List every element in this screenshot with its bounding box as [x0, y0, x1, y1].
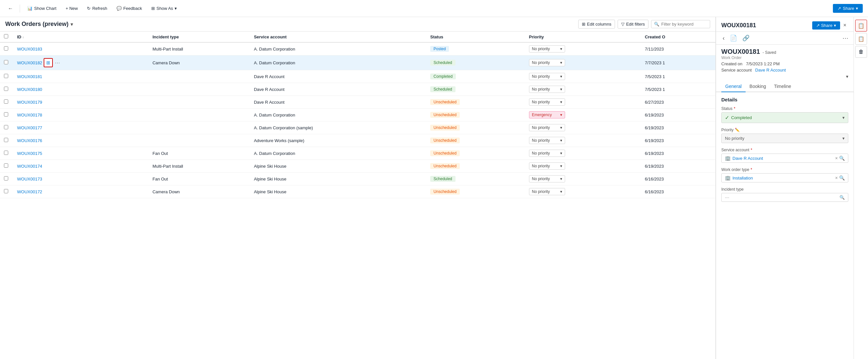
status-chevron: ▾ — [842, 115, 845, 120]
row-checkbox[interactable] — [4, 138, 8, 142]
row-id-link[interactable]: WOUX00181 — [17, 74, 42, 79]
edit-filters-button[interactable]: ▽ Edit filters — [618, 20, 648, 29]
panel-collapse-arrow[interactable]: ▾ — [846, 74, 848, 79]
row-status-cell: Unscheduled — [426, 185, 525, 198]
row-id-link[interactable]: WOUX00173 — [17, 177, 42, 181]
list-title-chevron[interactable]: ▾ — [70, 22, 73, 27]
row-open-button[interactable]: ⊞ — [44, 58, 53, 67]
priority-dropdown[interactable]: No priority▾ — [529, 124, 565, 131]
status-column-header[interactable]: Status — [426, 31, 525, 42]
service-account-search[interactable]: 🔍 — [839, 155, 845, 161]
tab-booking[interactable]: Booking — [746, 81, 770, 92]
row-checkbox[interactable] — [4, 163, 8, 168]
status-field-value[interactable]: ✓ Completed ▾ — [721, 112, 848, 123]
row-checkbox[interactable] — [4, 189, 8, 193]
toolbar-divider-1 — [20, 5, 20, 12]
panel-share-button[interactable]: ↗ Share ▾ — [812, 21, 840, 30]
share-button-toolbar[interactable]: ↗ Share ▾ — [833, 4, 863, 13]
priority-column-header[interactable]: Priority — [525, 31, 641, 42]
priority-dropdown[interactable]: No priority▾ — [529, 86, 565, 93]
row-priority-cell: Emergency▾ — [525, 109, 641, 121]
sidebar-icon-3[interactable]: 🗑 — [855, 46, 867, 58]
row-checkbox[interactable] — [4, 46, 8, 51]
priority-dropdown[interactable]: No priority▾ — [529, 45, 565, 53]
id-column-header[interactable]: ID ↓ — [13, 31, 149, 42]
row-id-link[interactable]: WOUX00178 — [17, 113, 42, 118]
select-all-checkbox[interactable] — [4, 34, 8, 38]
priority-dropdown[interactable]: No priority▾ — [529, 188, 565, 195]
incident-type-column-header[interactable]: Incident type — [149, 31, 250, 42]
row-id-link[interactable]: WOUX00180 — [17, 87, 42, 92]
priority-dropdown[interactable]: No priority▾ — [529, 175, 565, 182]
row-id-cell: WOUX00179 — [13, 96, 149, 109]
row-incident-type-cell — [149, 121, 250, 134]
tab-general[interactable]: General — [721, 81, 746, 92]
feedback-button[interactable]: 💬 Feedback — [113, 4, 145, 12]
row-checkbox[interactable] — [4, 125, 8, 129]
work-order-type-remove[interactable]: × — [835, 175, 838, 180]
service-account-remove[interactable]: × — [835, 155, 838, 161]
created-column-header[interactable]: Created O — [641, 31, 715, 42]
row-id-link[interactable]: WOUX00182 — [17, 60, 42, 65]
row-status-cell: Unscheduled — [426, 96, 525, 109]
row-id-link[interactable]: WOUX00176 — [17, 138, 42, 143]
row-incident-type-cell — [149, 96, 250, 109]
sidebar-icon-2[interactable]: 📋 — [855, 33, 867, 44]
priority-dropdown[interactable]: No priority▾ — [529, 150, 565, 157]
incident-type-field-value[interactable]: --- 🔍 — [721, 193, 848, 202]
row-checkbox[interactable] — [4, 176, 8, 180]
show-as-button[interactable]: ⊞ Show As ▾ — [148, 4, 181, 12]
panel-link-button[interactable]: 🔗 — [741, 34, 751, 42]
show-chart-button[interactable]: 📊 Show Chart — [24, 4, 60, 12]
back-button[interactable]: ← — [5, 4, 16, 13]
row-priority-cell: No priority▾ — [525, 96, 641, 109]
panel-close-button[interactable]: × — [841, 21, 848, 30]
panel-more-button[interactable]: ⋯ — [842, 34, 848, 42]
row-id-link[interactable]: WOUX00172 — [17, 189, 42, 194]
row-checkbox[interactable] — [4, 112, 8, 117]
row-checkbox[interactable] — [4, 99, 8, 104]
row-created-cell: 6/19/2023 — [641, 121, 715, 134]
right-sidebar: 📋 📋 🗑 — [854, 17, 868, 359]
priority-chevron: ▾ — [842, 136, 845, 141]
table-row: WOUX00183Multi-Part InstallA. Datum Corp… — [0, 42, 715, 56]
row-more-button[interactable]: ⋯ — [54, 59, 61, 67]
priority-dropdown[interactable]: No priority▾ — [529, 98, 565, 106]
work-order-type-field-value: 🏢 Installation × 🔍 — [721, 173, 848, 182]
row-id-link[interactable]: WOUX00179 — [17, 100, 42, 105]
priority-dropdown[interactable]: No priority▾ — [529, 162, 565, 170]
row-checkbox[interactable] — [4, 60, 8, 64]
service-account-link[interactable]: Dave R Account — [733, 156, 834, 161]
priority-field-value[interactable]: No priority ▾ — [721, 133, 848, 143]
work-order-type-link[interactable]: Installation — [733, 176, 834, 180]
row-id-cell: WOUX00176 — [13, 134, 149, 147]
priority-dropdown[interactable]: Emergency▾ — [529, 111, 565, 118]
sidebar-icon-1[interactable]: 📋 — [855, 20, 867, 31]
panel-title: WOUX00181 — [721, 22, 812, 29]
priority-dropdown[interactable]: No priority▾ — [529, 59, 565, 66]
row-id-cell: WOUX00178 — [13, 109, 149, 121]
search-input[interactable] — [661, 22, 707, 27]
priority-dropdown[interactable]: No priority▾ — [529, 137, 565, 144]
refresh-button[interactable]: ↻ Refresh — [84, 4, 111, 12]
row-id-link[interactable]: WOUX00175 — [17, 151, 42, 156]
panel-prev-button[interactable]: ‹ — [721, 34, 726, 42]
row-id-link[interactable]: WOUX00177 — [17, 125, 42, 130]
panel-doc-button[interactable]: 📄 — [728, 34, 738, 42]
work-order-type-search[interactable]: 🔍 — [839, 175, 845, 180]
status-badge: Posted — [430, 46, 449, 52]
new-button[interactable]: + New — [62, 4, 81, 12]
row-checkbox[interactable] — [4, 74, 8, 78]
row-checkbox[interactable] — [4, 151, 8, 155]
priority-dropdown[interactable]: No priority▾ — [529, 73, 565, 80]
panel-service-account-link[interactable]: Dave R Account — [755, 68, 786, 72]
row-id-link[interactable]: WOUX00183 — [17, 47, 42, 52]
edit-columns-button[interactable]: ⊞ Edit columns — [578, 20, 615, 29]
row-priority-cell: No priority▾ — [525, 147, 641, 160]
share-icon-toolbar: ↗ — [837, 6, 841, 11]
panel-saved-badge: - Saved — [763, 50, 776, 55]
tab-timeline[interactable]: Timeline — [770, 81, 795, 92]
row-checkbox[interactable] — [4, 87, 8, 91]
row-id-link[interactable]: WOUX00174 — [17, 164, 42, 169]
service-account-column-header[interactable]: Service account — [250, 31, 426, 42]
